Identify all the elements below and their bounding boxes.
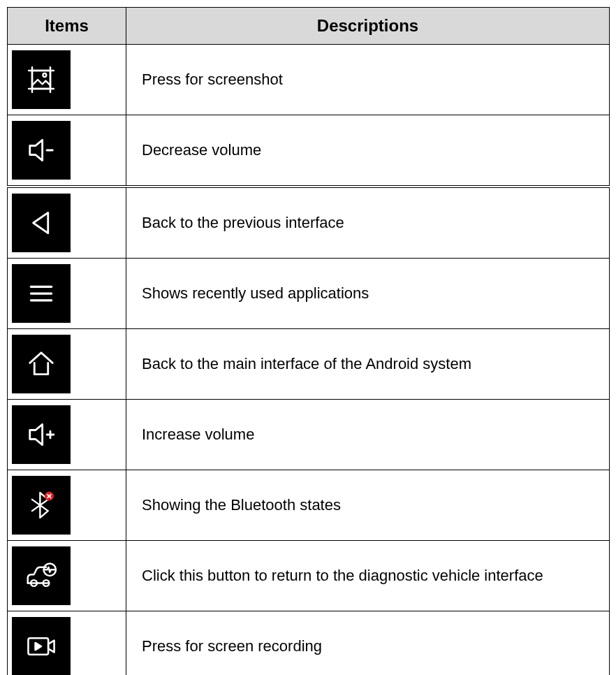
bluetooth-status-icon bbox=[12, 476, 71, 535]
table-row: Showing the Bluetooth states bbox=[8, 470, 610, 541]
row-description: Increase volume bbox=[126, 400, 610, 470]
recent-apps-icon bbox=[12, 264, 71, 323]
row-description: Showing the Bluetooth states bbox=[126, 470, 610, 541]
table-row: Press for screen recording bbox=[8, 611, 610, 676]
volume-down-icon bbox=[12, 121, 71, 180]
row-description: Press for screen recording bbox=[126, 611, 610, 676]
table-row: Decrease volume bbox=[8, 115, 610, 187]
diagnostic-car-icon bbox=[12, 546, 71, 605]
screenshot-icon bbox=[12, 50, 71, 109]
table-row: Press for screenshot bbox=[8, 45, 610, 115]
items-descriptions-table: Items Descriptions Press for screenshot bbox=[7, 7, 610, 675]
row-description: Back to the main interface of the Androi… bbox=[126, 329, 610, 400]
row-description: Shows recently used applications bbox=[126, 259, 610, 329]
table-row: Shows recently used applications bbox=[8, 259, 610, 329]
row-description: Press for screenshot bbox=[126, 45, 610, 115]
home-icon bbox=[12, 335, 71, 393]
svg-rect-0 bbox=[32, 71, 50, 89]
row-description: Back to the previous interface bbox=[126, 187, 610, 259]
screen-record-icon bbox=[12, 617, 71, 675]
row-description: Decrease volume bbox=[126, 115, 610, 187]
volume-up-icon bbox=[12, 405, 71, 464]
header-descriptions: Descriptions bbox=[126, 8, 610, 45]
table-row: Click this button to return to the diagn… bbox=[8, 541, 610, 611]
back-icon bbox=[12, 194, 71, 252]
svg-point-1 bbox=[43, 73, 46, 77]
table-row: Back to the previous interface bbox=[8, 187, 610, 259]
table-row: Back to the main interface of the Androi… bbox=[8, 329, 610, 400]
header-items: Items bbox=[8, 8, 126, 45]
row-description: Click this button to return to the diagn… bbox=[126, 541, 610, 611]
table-row: Increase volume bbox=[8, 400, 610, 470]
